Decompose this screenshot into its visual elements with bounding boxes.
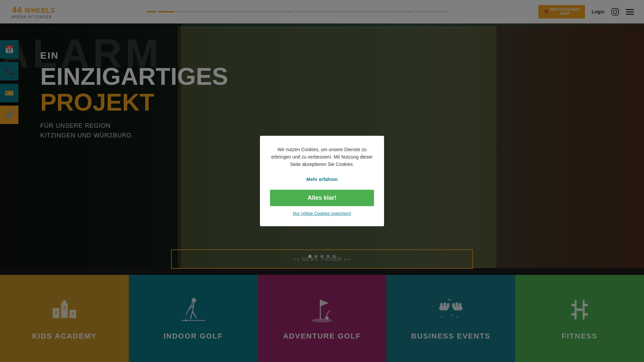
cookie-overlay: Wir nutzen Cookies, um unsere Dienste zu… [0,0,644,362]
cookie-text: Wir nutzen Cookies, um unsere Dienste zu… [270,146,374,183]
cookie-learn-more[interactable]: Mehr erfahren [306,177,337,182]
cookie-accept-button[interactable]: Alles klar! [270,190,374,206]
cookie-decline-button[interactable]: Nur nötige Cookies speichern! [293,211,351,216]
cookie-modal: Wir nutzen Cookies, um unsere Dienste zu… [260,136,384,227]
